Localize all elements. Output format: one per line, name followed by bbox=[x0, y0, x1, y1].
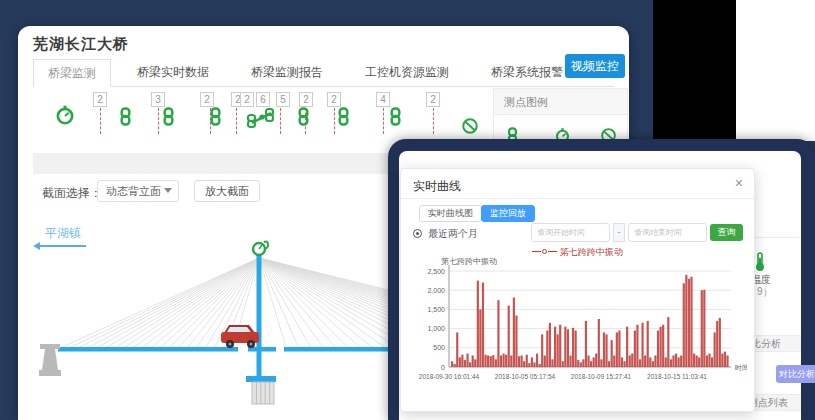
sensor-count-badge: 2 bbox=[327, 92, 341, 107]
sensor-count-badge: 3 bbox=[151, 92, 165, 107]
sensor-count-badge: 5 bbox=[276, 92, 290, 107]
compare-analysis-button[interactable]: 对比分析 bbox=[776, 365, 815, 383]
tab-monitor-playback[interactable]: 监控回放 bbox=[481, 205, 535, 222]
last-two-months-radio[interactable] bbox=[413, 229, 422, 238]
sensor-count-badge: 2 bbox=[240, 92, 254, 107]
sensor-count-badge: 4 bbox=[376, 92, 390, 107]
prohibition-icon[interactable] bbox=[461, 117, 479, 139]
gauge-icon[interactable] bbox=[54, 104, 76, 130]
legend-marker-circle bbox=[542, 249, 547, 254]
svg-text:第七跨跨中振动: 第七跨跨中振动 bbox=[441, 257, 497, 266]
link-icon[interactable] bbox=[386, 107, 405, 130]
section-select-label: 截面选择： bbox=[42, 185, 102, 202]
legend-series-label: 第七跨跨中振动 bbox=[560, 247, 623, 257]
car-illustration bbox=[221, 325, 259, 348]
link-icon[interactable] bbox=[116, 107, 135, 130]
legend-marker-line bbox=[532, 251, 541, 252]
query-start-time-input[interactable] bbox=[531, 223, 610, 242]
legend-marker-line bbox=[548, 251, 557, 252]
sensor-count-badge: 2 bbox=[426, 92, 440, 107]
tab-realtime-curve[interactable]: 实时曲线图 bbox=[419, 205, 482, 222]
section-dropdown[interactable]: 动态背立面 bbox=[97, 180, 179, 202]
enlarge-section-button[interactable]: 放大截面 bbox=[194, 180, 260, 202]
modal-header-divider bbox=[401, 198, 754, 199]
sensor-count-badge: 2 bbox=[200, 92, 214, 107]
close-icon[interactable]: × bbox=[735, 175, 743, 191]
sensor-count-badge: 2 bbox=[299, 92, 313, 107]
double-link-icon[interactable] bbox=[247, 107, 277, 133]
sensor-count-badge: 2 bbox=[93, 92, 107, 107]
last-two-months-label: 最近两个月 bbox=[428, 227, 478, 241]
black-backdrop bbox=[653, 0, 736, 141]
sensor-position-dash bbox=[100, 108, 101, 134]
section-dropdown-value: 动态背立面 bbox=[106, 185, 161, 197]
time-range-separator: - bbox=[613, 223, 625, 242]
white-backdrop bbox=[736, 0, 815, 141]
link-icon[interactable] bbox=[206, 107, 225, 130]
tower-gauge-icon[interactable] bbox=[253, 241, 268, 255]
svg-text:时间: 时间 bbox=[735, 364, 747, 372]
panel-separator bbox=[748, 237, 800, 238]
sensor-position-dash bbox=[433, 108, 434, 134]
realtime-curve-modal: 实时曲线 × 实时曲线图 监控回放 最近两个月 - 查询 第七跨跨中振动 050… bbox=[400, 168, 755, 412]
query-button[interactable]: 查询 bbox=[710, 224, 743, 241]
link-icon[interactable] bbox=[334, 107, 353, 130]
svg-text:2018-10-05 05:17:54: 2018-10-05 05:17:54 bbox=[495, 373, 556, 380]
svg-text:2,000: 2,000 bbox=[427, 287, 445, 294]
svg-text:2018-09-30 16:01:44: 2018-09-30 16:01:44 bbox=[419, 373, 480, 380]
legend-panel-title: 测点图例 bbox=[494, 89, 627, 115]
sensor-count-badge: 6 bbox=[256, 92, 270, 107]
svg-text:500: 500 bbox=[433, 344, 445, 351]
vibration-chart: 05001,0001,5002,0002,500第七跨跨中振动2018-09-3… bbox=[415, 257, 747, 405]
svg-text:2,500: 2,500 bbox=[427, 268, 445, 275]
svg-text:1,000: 1,000 bbox=[427, 325, 445, 332]
chevron-down-icon bbox=[164, 188, 172, 193]
modal-title: 实时曲线 bbox=[413, 178, 461, 195]
sensor-position-dash bbox=[236, 108, 237, 134]
svg-text:2018-10-09 15:27:41: 2018-10-09 15:27:41 bbox=[571, 373, 632, 380]
svg-text:1,500: 1,500 bbox=[427, 306, 445, 313]
link-icon[interactable] bbox=[294, 107, 313, 130]
sensor-position-dash bbox=[383, 108, 384, 134]
svg-text:2018-10-15 11:03:41: 2018-10-15 11:03:41 bbox=[647, 373, 707, 380]
thermometer-icon[interactable] bbox=[753, 252, 767, 272]
sensor-position-dash bbox=[280, 108, 281, 134]
link-icon[interactable] bbox=[159, 107, 178, 130]
query-end-time-input[interactable] bbox=[628, 223, 707, 242]
svg-text:0: 0 bbox=[441, 364, 445, 371]
